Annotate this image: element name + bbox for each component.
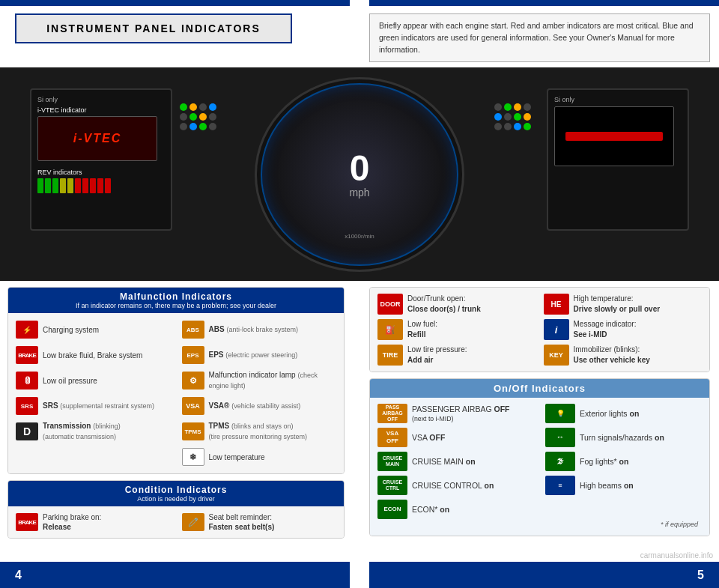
onoff-passenger-airbag: PASSAIRBAGOFF PASSENGER AIRBAG OFF(next … bbox=[377, 404, 534, 423]
high-beams-text: High beams on bbox=[580, 481, 634, 490]
left-indicator-dots bbox=[180, 103, 225, 130]
tpms-text: TPMS (blinks and stays on)(tire pressure… bbox=[209, 421, 308, 441]
indicator-charging: ⚡ Charging system bbox=[16, 319, 171, 340]
abs-text: ABS (anti-lock brake system) bbox=[209, 324, 298, 335]
indicator-srs: SRS SRS (supplemental restraint system) bbox=[16, 395, 171, 416]
malfunction-subtitle: If an indicator remains on, there may be… bbox=[14, 302, 338, 309]
bottom-left-section: Malfunction Indicators If an indicator r… bbox=[7, 287, 345, 545]
rev-bar-8 bbox=[90, 178, 96, 193]
malfunction-title: Malfunction Indicators bbox=[14, 291, 338, 302]
indicator-vsa: VSA VSA® (vehicle stability assist) bbox=[182, 395, 337, 416]
econ-text: ECON* on bbox=[412, 505, 449, 514]
cruise-control-text: CRUISE CONTROL on bbox=[412, 481, 494, 490]
rev-bar-9 bbox=[97, 178, 103, 193]
page-num-right: 5 bbox=[697, 569, 704, 582]
fuel-text: Low fuel:Refill bbox=[407, 319, 437, 340]
malfunction-header: Malfunction Indicators If an indicator r… bbox=[8, 288, 344, 313]
dot-r-3 bbox=[514, 103, 521, 111]
ivtec-display: i-VTEC bbox=[37, 116, 157, 161]
malfunction-grid: ⚡ Charging system ABS ABS (anti-lock bra… bbox=[16, 319, 336, 467]
tire-icon: TIRE bbox=[377, 345, 403, 366]
rev-bar-4 bbox=[60, 178, 66, 193]
right-indicator-dots bbox=[494, 103, 539, 130]
dot-11 bbox=[199, 123, 207, 130]
info-box: Briefly appear with each engine start. R… bbox=[369, 13, 710, 62]
warning-tire: TIRE Low tire pressure:Add air bbox=[377, 345, 536, 366]
indicator-trans: D Transmission (blinking)(automatic tran… bbox=[16, 421, 171, 442]
dot-r-9 bbox=[494, 123, 502, 130]
condition-seatbelt: 🧷 Seat belt reminder:Fasten seat belt(s) bbox=[182, 512, 337, 532]
tach-label: x1000r/min bbox=[345, 233, 374, 240]
onoff-header: On/Off Indicators bbox=[370, 379, 709, 398]
indicator-tpms: TPMS TPMS (blinks and stays on)(tire pre… bbox=[182, 421, 337, 442]
vsa-off-icon: VSAOFF bbox=[377, 428, 407, 447]
warning-imid: i Message indicator:See i-MID bbox=[544, 319, 703, 340]
charging-icon: ⚡ bbox=[16, 321, 38, 339]
onoff-econ: ECON ECON* on bbox=[377, 500, 534, 519]
condition-body: BRAKE Parking brake on:Release 🧷 Seat be… bbox=[8, 506, 344, 538]
high-beams-icon: ≡ bbox=[545, 476, 575, 495]
turn-signals-icon: ↔ bbox=[545, 428, 575, 447]
rev-bar-6 bbox=[75, 178, 81, 193]
immobilizer-text: Immobilizer (blinks):Use other vehicle k… bbox=[574, 345, 650, 366]
dot-r-5 bbox=[494, 113, 502, 121]
lowtemp-text: Low temperature bbox=[209, 452, 265, 462]
eps-icon: EPS bbox=[182, 346, 204, 364]
dot-2 bbox=[189, 103, 197, 111]
trans-icon: D bbox=[16, 422, 38, 440]
seatbelt-text: Seat belt reminder:Fasten seat belt(s) bbox=[209, 512, 275, 532]
turn-signals-text: Turn signals/hazards on bbox=[580, 433, 664, 442]
vsa-off-text: VSA OFF bbox=[412, 433, 445, 442]
onoff-cruise-main: CRUISEMAIN CRUISE MAIN on bbox=[377, 452, 534, 471]
condition-title: Condition Indicators bbox=[14, 485, 338, 495]
indicator-oil: 🛢 Low oil pressure bbox=[16, 370, 171, 391]
abs-icon: ABS bbox=[182, 321, 204, 339]
onoff-spacer bbox=[545, 500, 702, 519]
warning-hightemp: HE High temperature:Drive slowly or pull… bbox=[544, 294, 703, 315]
rev-bar-3 bbox=[52, 178, 58, 193]
dot-4 bbox=[209, 103, 216, 111]
warning-immobilizer: KEY Immobilizer (blinks):Use other vehic… bbox=[544, 345, 703, 366]
srs-icon: SRS bbox=[16, 397, 38, 415]
charging-text: Charging system bbox=[43, 325, 99, 335]
condition-subtitle: Action is needed by driver bbox=[14, 495, 338, 503]
warning-door: DOOR Door/Trunk open:Close door(s) / tru… bbox=[377, 294, 536, 315]
onoff-footnote: * if equipped bbox=[377, 519, 702, 530]
si-only-right: Si only bbox=[554, 96, 574, 103]
rev-bar-5 bbox=[67, 178, 73, 193]
oil-icon: 🛢 bbox=[16, 372, 38, 390]
dot-r-2 bbox=[504, 103, 512, 111]
dot-12 bbox=[209, 123, 216, 130]
oil-text: Low oil pressure bbox=[43, 376, 97, 386]
dot-r-1 bbox=[494, 103, 502, 111]
dot-9 bbox=[180, 123, 187, 130]
vsa-icon: VSA bbox=[182, 397, 204, 415]
tire-text: Low tire pressure:Add air bbox=[407, 345, 467, 366]
dot-r-11 bbox=[514, 123, 521, 130]
warning-grid: DOOR Door/Trunk open:Close door(s) / tru… bbox=[370, 288, 709, 372]
indicator-eng: ⚙ Malfunction indicator lamp (check engi… bbox=[182, 370, 337, 391]
indicator-abs: ABS ABS (anti-lock brake system) bbox=[182, 319, 337, 340]
footer-gap bbox=[350, 562, 369, 588]
engine-icon: ⚙ bbox=[182, 372, 204, 390]
rev-bars bbox=[37, 178, 111, 193]
passenger-airbag-icon: PASSAIRBAGOFF bbox=[377, 404, 407, 423]
rev-bar-1 bbox=[37, 178, 43, 193]
exterior-lights-icon: 💡 bbox=[545, 404, 575, 423]
ivtec-label: i-VTEC indicator bbox=[37, 106, 87, 114]
indicator-lowtemp: ❄ Low temperature bbox=[182, 446, 337, 467]
dot-5 bbox=[180, 113, 187, 121]
indicator-brake: BRAKE Low brake fluid, Brake system bbox=[16, 345, 171, 366]
srs-text: SRS (supplemental restraint system) bbox=[43, 401, 154, 411]
rev-bar-2 bbox=[45, 178, 51, 193]
onoff-exterior-lights: 💡 Exterior lights on bbox=[545, 404, 702, 423]
page-num-left: 4 bbox=[15, 569, 22, 582]
vsa-text: VSA® (vehicle stability assist) bbox=[209, 401, 301, 411]
fuel-icon: ⛽ bbox=[377, 319, 403, 340]
malfunction-body: ⚡ Charging system ABS ABS (anti-lock bra… bbox=[8, 313, 344, 473]
passenger-airbag-text: PASSENGER AIRBAG OFF(next to i-MID) bbox=[412, 404, 510, 422]
bottom-right-section: DOOR Door/Trunk open:Close door(s) / tru… bbox=[369, 287, 710, 536]
onoff-body: PASSAIRBAGOFF PASSENGER AIRBAG OFF(next … bbox=[370, 398, 709, 536]
onoff-turn-signals: ↔ Turn signals/hazards on bbox=[545, 428, 702, 447]
dot-r-10 bbox=[504, 123, 512, 130]
